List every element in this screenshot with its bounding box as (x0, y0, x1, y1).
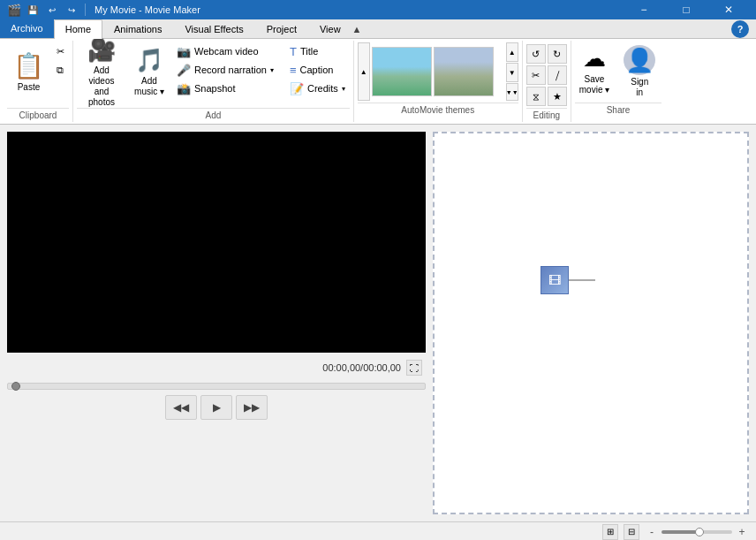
timeline-item-line (569, 279, 595, 281)
title-bar: 🎬 💾 ↩ ↪ My Movie - Movie Maker − □ ✕ (0, 0, 756, 19)
ribbon-group-share: ☁ Savemovie ▾ 👤 Signin Share (571, 41, 665, 122)
copy-btn[interactable]: ⧉ (52, 61, 69, 79)
theme-scroll-up-btn[interactable]: ▲ (358, 42, 370, 101)
close-btn[interactable]: ✕ (708, 0, 749, 19)
split-btn[interactable]: ⧸ (548, 65, 567, 85)
time-counter: 00:00,00/00:00,00 (322, 362, 401, 373)
theme-list (372, 42, 504, 101)
credits-dropdown: ▾ (342, 85, 345, 93)
stabilize-btn[interactable]: ⧖ (526, 87, 546, 106)
seek-bar[interactable] (7, 383, 426, 390)
maximize-btn[interactable]: □ (666, 0, 707, 19)
add-videos-icon: 🎥 (87, 36, 116, 64)
time-display-row: 00:00,00/00:00,00 ⛶ (7, 358, 426, 377)
clipboard-content: 📋 Paste ✂ ⧉ (7, 42, 69, 106)
rotate-left-btn[interactable]: ↺ (526, 44, 546, 64)
share-content: ☁ Savemovie ▾ 👤 Signin (575, 42, 662, 101)
fastforward-btn[interactable]: ▶▶ (236, 395, 268, 420)
ribbon: 📋 Paste ✂ ⧉ Clipboard 🎥 Add videosand ph… (0, 39, 756, 125)
rewind-btn[interactable]: ◀◀ (165, 395, 197, 420)
app-icon: 🎬 (7, 4, 21, 17)
paste-btn[interactable]: 📋 Paste (7, 42, 50, 101)
seek-handle[interactable] (11, 382, 20, 391)
zoom-in-btn[interactable]: + (735, 525, 749, 539)
tab-visual-effects[interactable]: Visual Effects (173, 19, 254, 38)
rotate-right-btn[interactable]: ↻ (548, 44, 567, 64)
add-music-label: Addmusic ▾ (134, 76, 164, 97)
ribbon-group-add: 🎥 Add videosand photos 🎵 Addmusic ▾ 📷 We… (73, 41, 354, 122)
zoom-slider[interactable] (662, 530, 732, 534)
fullscreen-btn[interactable]: ⛶ (406, 360, 422, 376)
ribbon-group-clipboard: 📋 Paste ✂ ⧉ Clipboard (4, 41, 73, 122)
minimize-btn[interactable]: − (624, 0, 664, 19)
editing-label: Editing (526, 108, 567, 122)
share-label: Share (575, 103, 662, 117)
timeline-item-icon: 🎞 (548, 273, 561, 287)
record-narration-btn[interactable]: 🎤 Record narration ▾ (172, 61, 278, 79)
credits-btn[interactable]: 📝 Credits ▾ (285, 80, 350, 97)
theme-landscape-2 (435, 48, 493, 95)
credits-label: Credits (307, 83, 338, 94)
timeline-panel[interactable]: 🎞 (433, 132, 749, 514)
webcam-label: Webcam video (194, 46, 259, 57)
webcam-video-btn[interactable]: 📷 Webcam video (172, 42, 278, 60)
sign-in-icon: 👤 (624, 45, 655, 75)
caption-btn[interactable]: ≡ Caption (285, 61, 350, 79)
tab-archivo[interactable]: Archivo (0, 19, 54, 38)
zoom-handle[interactable] (695, 528, 704, 536)
save-movie-btn[interactable]: ☁ Savemovie ▾ (575, 42, 614, 101)
zoom-out-btn[interactable]: - (645, 525, 659, 539)
theme-item-1[interactable] (372, 47, 432, 96)
tab-project[interactable]: Project (255, 19, 308, 38)
theme-scroll-expand-btn[interactable]: ▼▼ (506, 83, 518, 101)
theme-item-2[interactable] (434, 47, 494, 96)
effects-btn[interactable]: ★ (548, 87, 567, 106)
main-content: 00:00,00/00:00,00 ⛶ ◀◀ ▶ ▶▶ 🎞 (0, 125, 756, 521)
cut-btn[interactable]: ✂ (52, 42, 69, 60)
snapshot-btn[interactable]: 📸 Snapshot (172, 80, 278, 97)
title-label: Title (300, 46, 318, 57)
ribbon-group-automovie: ▲ ▲ ▼ ▼▼ AutoMovie themes (354, 41, 523, 122)
status-icon-btn-1[interactable]: ⊞ (602, 524, 618, 540)
title-bar-title: My Movie - Movie Maker (94, 4, 200, 15)
title-btn[interactable]: T Title (285, 42, 350, 60)
paste-icon: 📋 (13, 51, 44, 80)
caption-icon: ≡ (290, 64, 297, 77)
add-content: 🎥 Add videosand photos 🎵 Addmusic ▾ 📷 We… (77, 42, 350, 106)
zoom-slider-container: - + (645, 525, 749, 539)
qa-separator (85, 4, 86, 16)
status-icon-btn-2[interactable]: ⊟ (624, 524, 639, 540)
add-videos-btn[interactable]: 🎥 Add videosand photos (77, 42, 126, 101)
sign-in-btn[interactable]: 👤 Signin (617, 42, 662, 101)
title-bar-left: 🎬 💾 ↩ ↪ My Movie - Movie Maker (7, 2, 200, 18)
theme-scroll-right-down-btn[interactable]: ▼ (506, 63, 518, 82)
help-btn[interactable]: ? (731, 20, 749, 38)
status-bar: ⊞ ⊟ - + (0, 521, 756, 540)
quick-save-btn[interactable]: 💾 (25, 2, 41, 18)
tab-home[interactable]: Home (54, 19, 102, 39)
snapshot-icon: 📸 (177, 82, 191, 95)
clipboard-small-btns: ✂ ⧉ (52, 42, 69, 79)
quick-redo-btn[interactable]: ↪ (64, 2, 79, 18)
tab-view[interactable]: View (308, 19, 352, 38)
add-music-btn[interactable]: 🎵 Addmusic ▾ (128, 42, 170, 101)
webcam-icon: 📷 (177, 45, 191, 58)
theme-landscape-1 (373, 48, 431, 95)
theme-scroll-right-up-btn[interactable]: ▲ (506, 42, 518, 62)
clipboard-label: Clipboard (7, 108, 69, 122)
timeline-item[interactable]: 🎞 (541, 266, 569, 294)
paste-label: Paste (18, 82, 41, 93)
credits-icon: 📝 (290, 82, 304, 95)
copy-icon: ⧉ (57, 65, 64, 76)
play-btn[interactable]: ▶ (200, 395, 232, 420)
add-music-icon: 🎵 (135, 47, 163, 74)
preview-panel: 00:00,00/00:00,00 ⛶ ◀◀ ▶ ▶▶ (0, 125, 433, 521)
video-preview (7, 132, 426, 353)
add-label: Add (77, 108, 350, 122)
ribbon-group-editing: ↺ ↻ ✂ ⧸ ⧖ ★ Editing (523, 41, 571, 122)
trim-btn[interactable]: ✂ (526, 65, 546, 85)
ribbon-collapse-btn[interactable]: ▲ (352, 24, 362, 34)
quick-undo-btn[interactable]: ↩ (44, 2, 60, 18)
editing-content: ↺ ↻ ✂ ⧸ ⧖ ★ (526, 42, 567, 106)
title-icon: T (290, 45, 297, 58)
